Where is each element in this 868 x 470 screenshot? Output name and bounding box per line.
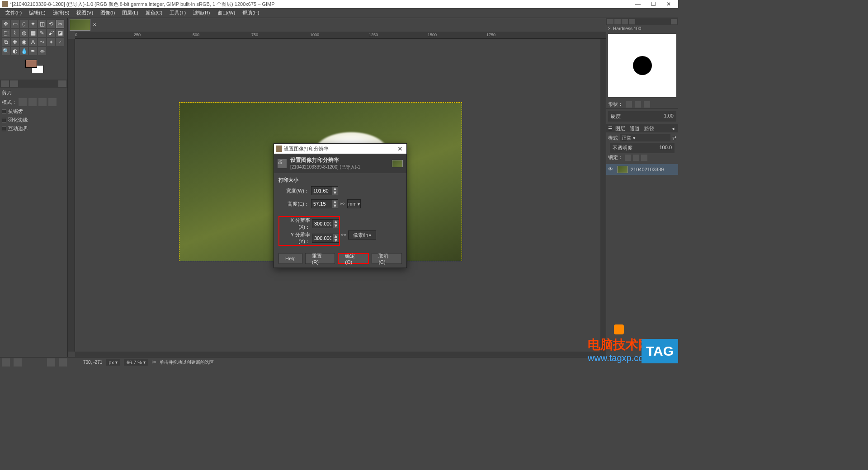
maximize-button[interactable]: ☐ (646, 1, 661, 7)
link-icon[interactable]: ⚯ (341, 228, 347, 242)
xres-input[interactable] (312, 220, 333, 228)
tool-rotate[interactable]: ⟲ (47, 20, 55, 28)
horizontal-scrollbar[interactable] (75, 352, 606, 357)
tool-move[interactable]: ✥ (2, 20, 10, 28)
height-spinbox[interactable]: ▲▼ (311, 199, 338, 208)
spin-down-icon[interactable]: ▼ (332, 191, 338, 195)
tool-transform[interactable]: ⬚ (2, 29, 10, 37)
tool-eraser[interactable]: ◪ (56, 29, 64, 37)
tool-free-select[interactable]: ⬯ (20, 20, 28, 28)
help-button[interactable]: Help (278, 253, 302, 264)
tool-scissors[interactable]: ✂ (56, 20, 64, 28)
tool-text[interactable]: A (29, 38, 37, 46)
mode-intersect[interactable] (48, 98, 57, 106)
dock-tab-brushes[interactable] (607, 19, 613, 24)
tab-layers[interactable]: 图层 (613, 125, 627, 132)
tool-bucket[interactable]: ◍ (20, 29, 28, 37)
mode-replace[interactable] (19, 98, 27, 106)
tool-heal[interactable]: ✚ (11, 38, 19, 46)
hardness-slider[interactable]: 硬度 1.00 (608, 111, 676, 122)
ok-button[interactable]: 确定(O) (338, 253, 369, 264)
tool-airbrush[interactable]: ⌯ (38, 47, 46, 55)
interactive-checkbox[interactable] (2, 127, 6, 131)
tool-fuzzy-select[interactable]: ✦ (29, 20, 37, 28)
tool-brush[interactable]: 🖌 (47, 29, 55, 37)
vertical-scrollbar[interactable] (600, 39, 606, 352)
reset-button[interactable]: 重置(R) (305, 253, 335, 264)
tool-path[interactable]: ⤳ (38, 38, 46, 46)
feather-checkbox[interactable] (2, 118, 6, 122)
status-icon-3[interactable] (47, 358, 55, 367)
unit-select[interactable]: px ▾ (106, 359, 120, 366)
layer-item[interactable]: 👁 210402103339 (606, 164, 678, 175)
menu-windows[interactable]: 窗口(W) (214, 9, 239, 17)
menu-edit[interactable]: 编辑(E) (25, 9, 49, 17)
horizontal-ruler[interactable]: 0 250 500 750 1000 1250 1500 1750 (75, 32, 606, 39)
tool-rect-select[interactable]: ▭ (11, 20, 19, 28)
spin-down-icon[interactable]: ▼ (332, 204, 338, 208)
menu-view[interactable]: 视图(V) (73, 9, 97, 17)
spin-down-icon[interactable]: ▼ (333, 224, 339, 228)
menu-select[interactable]: 选择(S) (49, 9, 73, 17)
tab-paths[interactable]: 路径 (642, 125, 656, 132)
dock-tab-fonts[interactable] (622, 19, 628, 24)
tool-ink[interactable]: ✒ (29, 47, 37, 55)
dock-tab-1[interactable] (1, 80, 9, 87)
tool-measure[interactable]: ⟋ (56, 38, 64, 46)
xres-spinbox[interactable]: ▲▼ (312, 219, 339, 228)
tool-clone[interactable]: ⧉ (2, 38, 10, 46)
minimize-button[interactable]: — (630, 1, 646, 7)
lock-pixels[interactable] (625, 155, 631, 161)
menu-colors[interactable]: 颜色(C) (142, 9, 166, 17)
dock-tab-2[interactable] (10, 80, 18, 87)
lock-alpha[interactable] (641, 155, 647, 161)
size-unit-select[interactable]: mm ▾ (347, 199, 361, 208)
menu-tools[interactable]: 工具(T) (166, 9, 189, 17)
vertical-ruler[interactable] (68, 39, 75, 352)
dock-tab-history[interactable] (629, 19, 635, 24)
mode-switch-icon[interactable]: ⇄ (672, 135, 676, 141)
tool-crop[interactable]: ◫ (38, 20, 46, 28)
antialias-checkbox[interactable] (2, 109, 6, 114)
tool-gradient[interactable]: ▦ (29, 29, 37, 37)
dialog-titlebar[interactable]: 设置图像打印分辨率 ✕ (274, 144, 406, 154)
foreground-color[interactable] (25, 60, 37, 68)
menu-file[interactable]: 文件(F) (2, 9, 25, 17)
dialog-close-button[interactable]: ✕ (396, 145, 405, 152)
status-icon-4[interactable] (59, 358, 67, 367)
menu-help[interactable]: 帮助(H) (239, 9, 263, 17)
shape-diamond[interactable] (644, 101, 650, 108)
shape-circle[interactable] (626, 101, 632, 108)
yres-input[interactable] (312, 234, 333, 242)
width-spinbox[interactable]: ▲▼ (311, 186, 338, 195)
height-input[interactable] (311, 200, 332, 208)
tool-smudge[interactable]: ◉ (20, 38, 28, 46)
shape-square[interactable] (635, 101, 641, 108)
image-tab[interactable] (70, 19, 90, 31)
link-icon[interactable]: ⚯ (340, 197, 345, 211)
dock-config[interactable] (671, 19, 677, 24)
close-button[interactable]: ✕ (661, 1, 676, 7)
dock-tab-patterns[interactable] (614, 19, 621, 24)
brush-preview[interactable] (608, 34, 676, 97)
opacity-slider[interactable]: 不透明度 100.0 (610, 143, 675, 153)
tool-color-picker[interactable]: ⌖ (47, 38, 55, 46)
tool-blur[interactable]: 💧 (20, 47, 28, 55)
dock-menu[interactable] (58, 80, 66, 87)
tool-warp[interactable]: ⌇ (11, 29, 19, 37)
mode-add[interactable] (28, 98, 37, 106)
spin-down-icon[interactable]: ▼ (333, 238, 339, 242)
width-input[interactable] (311, 187, 332, 195)
menu-image[interactable]: 图像(I) (97, 9, 118, 17)
layer-mode-select[interactable]: 正常 ▾ (620, 134, 670, 141)
layer-name[interactable]: 210402103339 (631, 167, 664, 172)
visibility-icon[interactable]: 👁 (608, 166, 614, 173)
cancel-button[interactable]: 取消(C) (372, 253, 402, 264)
menu-layer[interactable]: 图层(L) (118, 9, 142, 17)
yres-spinbox[interactable]: ▲▼ (312, 234, 339, 243)
layers-menu[interactable]: ◂ (670, 126, 676, 132)
tab-channels[interactable]: 通道 (628, 125, 642, 132)
status-icon-1[interactable] (2, 358, 10, 367)
tool-dodge[interactable]: ◐ (11, 47, 19, 55)
tool-zoom[interactable]: 🔍 (2, 47, 10, 55)
